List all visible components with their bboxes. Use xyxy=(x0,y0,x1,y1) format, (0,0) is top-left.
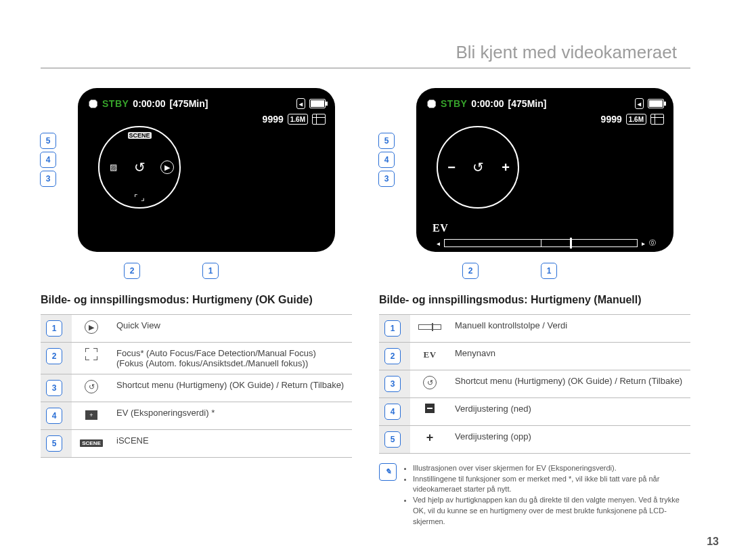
callout-number: 4 xyxy=(378,152,395,168)
right-heading: Bilde- og innspillingsmodus: Hurtigmeny … xyxy=(379,293,690,307)
legend-desc: Shortcut menu (Hurtigmeny) (OK Guide) / … xyxy=(111,374,352,402)
legend-number: 4 xyxy=(384,404,401,420)
note-item: Ved hjelp av hurtigknappen kan du gå dir… xyxy=(413,495,690,527)
page-title: Bli kjent med videokameraet xyxy=(456,42,677,63)
legend-desc: Quick View xyxy=(111,314,352,342)
camcorder-icon: ⏺ xyxy=(426,98,437,110)
notes-box: ✎ Illustrasjonen over viser skjermen for… xyxy=(379,463,690,528)
photo-count: 9999 xyxy=(601,114,622,125)
legend-desc: EV (Eksponeringsverdi) * xyxy=(111,402,352,429)
photo-count: 9999 xyxy=(263,114,284,125)
dial-bottom-focus-icon: ⌜ ⌟ xyxy=(134,193,144,202)
dial-right-play-icon: ▶ xyxy=(160,160,174,174)
resolution-icon: 1.6M xyxy=(626,114,646,125)
sd-card-icon: ◂ xyxy=(296,98,305,109)
status-stby: STBY xyxy=(441,98,467,109)
legend-desc: Verdijustering (ned) xyxy=(449,397,690,425)
legend-number: 2 xyxy=(46,348,62,364)
slider-value-zero: ⓪ xyxy=(649,238,656,248)
legend-number: 3 xyxy=(46,380,62,396)
dial-center-return-icon: ↺ xyxy=(134,159,146,175)
legend-number: 1 xyxy=(384,320,401,337)
legend-table-right: 1 Manuell kontrollstolpe / Verdi 2 EV Me… xyxy=(379,314,690,454)
table-row: 4 Verdijustering (ned) xyxy=(379,397,690,425)
ok-dial: SCENE ▨ ▶ ⌜ ⌟ ↺ xyxy=(98,126,181,209)
callout-number: 3 xyxy=(378,171,395,187)
callout-number: 3 xyxy=(40,171,56,187)
legend-number: 2 xyxy=(384,348,401,364)
horizontal-rule xyxy=(41,68,690,68)
quality-icon xyxy=(650,114,664,125)
play-icon: ▶ xyxy=(85,320,98,334)
legend-desc: Manuell kontrollstolpe / Verdi xyxy=(449,314,690,342)
callout-number: 2 xyxy=(462,263,479,279)
legend-desc: Menynavn xyxy=(449,342,690,370)
legend-desc: Focus* (Auto Focus/Face Detection/Manual… xyxy=(111,342,352,374)
left-column: ⏺ STBY 0:00:00 [475Min] ◂ 9999 1.6M SCEN… xyxy=(41,88,352,527)
page-number: 13 xyxy=(707,536,719,548)
timecode: 0:00:00 xyxy=(471,98,504,109)
return-icon: ↺ xyxy=(85,380,98,393)
right-column: ⏺ STBY 0:00:00 [475Min] ◂ 9999 1.6M − + … xyxy=(379,88,690,527)
ev-text-icon: EV xyxy=(423,349,436,360)
callout-number: 5 xyxy=(40,133,56,149)
legend-number: 5 xyxy=(46,435,62,452)
legend-desc: Shortcut menu (Hurtigmeny) (OK Guide) / … xyxy=(449,370,690,397)
timecode: 0:00:00 xyxy=(133,98,165,109)
ev-icon: + xyxy=(85,410,97,420)
remaining-time: [475Min] xyxy=(170,98,208,109)
table-row: 3 ↺ Shortcut menu (Hurtigmeny) (OK Guide… xyxy=(41,374,352,402)
slider-icon xyxy=(418,324,441,330)
dial-left-minus-icon: − xyxy=(442,160,461,174)
dial-right-plus-icon: + xyxy=(496,160,515,174)
resolution-icon: 1.6M xyxy=(288,114,308,125)
legend-desc: Verdijustering (opp) xyxy=(449,425,690,453)
status-stby: STBY xyxy=(102,98,129,109)
table-row: 5 + Verdijustering (opp) xyxy=(379,425,690,453)
legend-desc: iSCENE xyxy=(111,429,352,457)
legend-table-left: 1 ▶ Quick View 2 Focus* (Auto Focus/Face… xyxy=(41,314,352,458)
callout-number: 1 xyxy=(541,263,557,279)
dial-top-scene-icon: SCENE xyxy=(128,132,152,139)
remaining-time: [475Min] xyxy=(508,98,547,109)
plus-icon: + xyxy=(426,431,434,444)
legend-number: 3 xyxy=(384,376,401,392)
callout-number: 2 xyxy=(124,263,140,279)
table-row: 5 SCENE iSCENE xyxy=(41,429,352,457)
note-item: Illustrasjonen over viser skjermen for E… xyxy=(413,463,690,474)
note-icon: ✎ xyxy=(379,463,397,481)
table-row: 2 Focus* (Auto Focus/Face Detection/Manu… xyxy=(41,342,352,374)
battery-icon xyxy=(648,99,664,108)
note-item: Innstillingene til funksjoner som er mer… xyxy=(413,474,690,496)
left-heading: Bilde- og innspillingsmodus: Hurtigmeny … xyxy=(41,293,352,307)
legend-number: 4 xyxy=(46,408,62,424)
table-row: 3 ↺ Shortcut menu (Hurtigmeny) (OK Guide… xyxy=(379,370,690,397)
callout-number: 4 xyxy=(40,152,56,168)
return-icon: ↺ xyxy=(423,376,437,389)
camera-screen-ok-guide: ⏺ STBY 0:00:00 [475Min] ◂ 9999 1.6M SCEN… xyxy=(78,88,335,252)
quality-icon xyxy=(312,114,326,125)
table-row: 2 EV Menynavn xyxy=(379,342,690,370)
scene-icon: SCENE xyxy=(80,439,103,447)
slider-track xyxy=(444,239,638,247)
table-row: 1 ▶ Quick View xyxy=(41,314,352,342)
callout-number: 5 xyxy=(378,133,395,149)
dial-center-return-icon: ↺ xyxy=(472,159,484,175)
camera-screen-manual: ⏺ STBY 0:00:00 [475Min] ◂ 9999 1.6M − + … xyxy=(416,88,673,252)
table-row: 4 + EV (Eksponeringsverdi) * xyxy=(41,402,352,429)
legend-number: 5 xyxy=(384,431,401,448)
value-slider: ◂ ▸ ⓪ xyxy=(437,238,656,248)
ev-label: EV xyxy=(433,222,448,234)
camcorder-icon: ⏺ xyxy=(87,98,98,110)
slider-left-arrow-icon: ◂ xyxy=(437,240,440,247)
slider-right-arrow-icon: ▸ xyxy=(642,240,645,247)
ok-dial-manual: − + ↺ xyxy=(437,126,519,209)
minus-icon xyxy=(425,404,435,413)
dial-left-ev-icon: ▨ xyxy=(110,163,117,172)
focus-icon xyxy=(85,348,97,360)
table-row: 1 Manuell kontrollstolpe / Verdi xyxy=(379,314,690,342)
legend-number: 1 xyxy=(46,320,62,337)
sd-card-icon: ◂ xyxy=(635,98,644,109)
battery-icon xyxy=(309,99,326,108)
slider-thumb xyxy=(570,238,572,249)
